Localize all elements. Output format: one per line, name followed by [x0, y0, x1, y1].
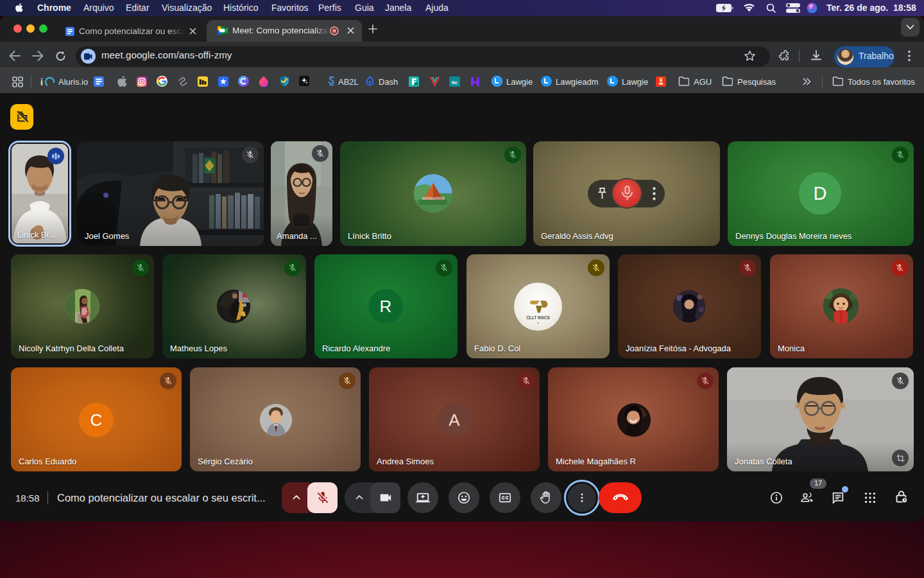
svg-text:CLLT NGCS: CLLT NGCS [526, 315, 550, 320]
svg-text:itc: itc [452, 80, 458, 85]
svg-text:websummit: websummit [421, 196, 444, 200]
